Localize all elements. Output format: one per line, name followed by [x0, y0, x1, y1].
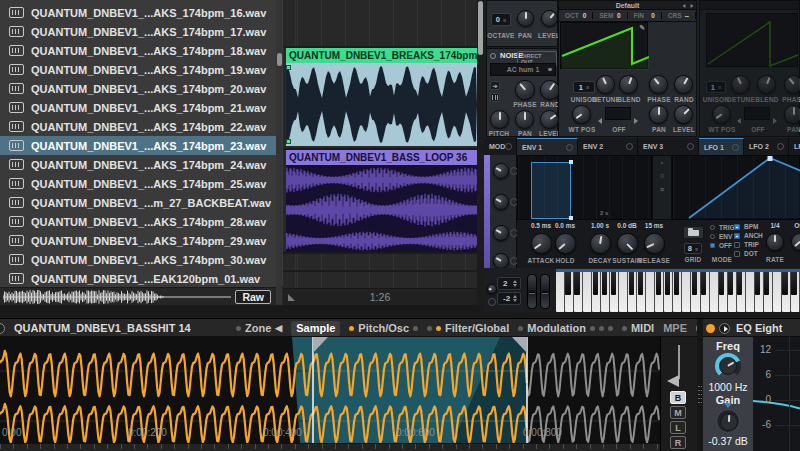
osc-a-wtpos-knob[interactable]: [572, 105, 591, 124]
timeline-bar[interactable]: 1:26: [283, 288, 477, 305]
piano-key-white[interactable]: [583, 272, 592, 312]
mod-amount-ring[interactable]: [505, 143, 512, 150]
raw-button[interactable]: Raw: [235, 290, 271, 304]
warp-next-icon[interactable]: [773, 110, 777, 128]
piano-key-black[interactable]: [665, 272, 670, 295]
piano-key-black[interactable]: [593, 272, 598, 295]
noise-power-icon[interactable]: [490, 53, 496, 59]
osc-b-display[interactable]: [706, 13, 798, 67]
sampler-tab-zone[interactable]: Zone◀: [236, 322, 282, 334]
selector-down-icon[interactable]: [548, 67, 552, 73]
octave-up-spinner[interactable]: 2: [497, 277, 521, 290]
preview-play-icon[interactable]: [719, 323, 730, 334]
piano-key-white[interactable]: [556, 272, 565, 312]
piano-key-black[interactable]: [629, 272, 634, 295]
osc-b-blend-knob[interactable]: [757, 75, 776, 94]
browser-scrollbar[interactable]: [276, 0, 282, 305]
osc-a-detune-knob[interactable]: [596, 75, 615, 94]
piano-key-white[interactable]: [773, 272, 782, 312]
env-node[interactable]: [569, 160, 573, 164]
mode-option-trig[interactable]: TRIG: [710, 224, 735, 231]
file-row[interactable]: QUANTUM_DNBEV1_...AKS_174bpm_24.wav: [0, 155, 277, 174]
file-row[interactable]: QUANTUM_DNBEV1_...m_27_BACKBEAT.wav: [0, 193, 277, 212]
env1-shape[interactable]: [531, 162, 571, 219]
sampler-tab-pitch-osc[interactable]: Pitch/Osc: [349, 322, 418, 334]
osc-a-warp-display[interactable]: [605, 107, 631, 120]
noise-pitch-knob[interactable]: [490, 110, 509, 129]
noise-phase-knob[interactable]: [515, 80, 535, 100]
lfo-rise-knob[interactable]: [791, 233, 800, 251]
piano-key-black[interactable]: [656, 272, 661, 295]
gain-knob[interactable]: [716, 409, 740, 433]
noise-pan-knob[interactable]: [515, 110, 534, 129]
mod-tab-env-1[interactable]: ENV 1: [517, 138, 578, 155]
piano-key-black[interactable]: [611, 272, 616, 295]
piano-key-black[interactable]: [764, 272, 769, 295]
piano-key-white[interactable]: [746, 272, 755, 312]
device-activator-icon[interactable]: [0, 323, 5, 334]
clip-bass[interactable]: QUANTUM_DNBEV1_BASS_LOOP 36: [286, 150, 477, 252]
osc-b-phase-knob[interactable]: [784, 75, 800, 94]
volume-slider-handle[interactable]: [667, 375, 679, 387]
osc-a-blend-knob[interactable]: [619, 75, 638, 94]
sampler-tab-midi[interactable]: MIDI: [622, 322, 654, 334]
eq-curve-display[interactable]: 1260-6: [753, 337, 800, 451]
piano-key-white[interactable]: [682, 272, 691, 312]
mod-tab-lfo-3[interactable]: LFO 3: [789, 138, 800, 155]
osc-a-unison-box[interactable]: 1: [573, 81, 595, 93]
mod-amount-ring[interactable]: [566, 144, 573, 151]
fade-handle[interactable]: [286, 65, 291, 70]
tune-cell-oct[interactable]: OCT0: [559, 12, 593, 19]
piano-key-white[interactable]: [710, 272, 719, 312]
wavetable-next-icon[interactable]: [690, 3, 694, 9]
pitch-wheel[interactable]: [527, 274, 537, 309]
piano-key-black[interactable]: [701, 272, 706, 295]
piano-key-black[interactable]: [565, 272, 570, 295]
piano-key-white[interactable]: [619, 272, 628, 312]
sampler-tab-modulation[interactable]: Modulation: [518, 322, 613, 334]
drag-icon[interactable]: ≡: [653, 183, 671, 196]
channel-button-r[interactable]: R: [670, 436, 686, 449]
mod-tab-lfo-2[interactable]: LFO 2: [744, 138, 789, 155]
osc-a-rand-knob[interactable]: [674, 75, 693, 94]
file-row[interactable]: QUANTUM_DNBEV1_...AKS_174bpm_22.wav: [0, 117, 277, 136]
file-row[interactable]: QUANTUM_DNBEV1_...AKS_174bpm_20.wav: [0, 79, 277, 98]
arrangement-scrollbar[interactable]: [477, 0, 484, 305]
osc-b-warp-display[interactable]: [744, 107, 770, 120]
volume-slider[interactable]: [678, 345, 680, 379]
channel-button-l[interactable]: L: [670, 421, 686, 434]
file-row[interactable]: QUANTUM_DNBEV1_...AKS_174bpm_29.wav: [0, 231, 277, 250]
mod-knob-3[interactable]: [493, 225, 509, 241]
lfo1-display[interactable]: [672, 155, 800, 220]
fade-handle[interactable]: [286, 139, 291, 144]
piano-key-black[interactable]: [574, 272, 579, 295]
sample-waveform-display[interactable]: 0:000:00:2000:00:4000:00:6000:00:800: [0, 337, 660, 443]
mode-option-env[interactable]: ENV: [710, 233, 732, 240]
osc-a-pan-knob[interactable]: [649, 105, 668, 124]
wavetable-prev-icon[interactable]: [682, 3, 686, 9]
mod-amount-ring[interactable]: [777, 143, 784, 150]
release-knob[interactable]: [644, 233, 665, 254]
mod-amount-ring[interactable]: [626, 143, 633, 150]
sync-option-anch[interactable]: ANCH: [734, 232, 763, 239]
warp-prev-icon[interactable]: [598, 110, 602, 128]
mod-amount-ring[interactable]: [732, 144, 739, 151]
lock-icon[interactable]: ▫: [653, 156, 671, 169]
noise-level-knob[interactable]: [540, 110, 559, 129]
sub-octave-box[interactable]: 0: [491, 13, 511, 26]
osc-a-display[interactable]: ✎: [560, 22, 648, 69]
sustain-knob[interactable]: [617, 233, 638, 254]
arrangement-view[interactable]: QUANTUM_DNBEV1_BREAKS_174bpm QUANTUM_DNB…: [283, 0, 477, 305]
scrollbar-handle[interactable]: [478, 1, 483, 55]
sub-level-knob[interactable]: [541, 10, 558, 27]
sync-option-dot[interactable]: DOT: [734, 250, 758, 257]
file-row[interactable]: QUANTUM_DNBEV1_...AKS_174bpm_17.wav: [0, 22, 277, 41]
sampler-tab-filter-global[interactable]: Filter/Global: [427, 322, 509, 334]
sampler-tab-sample[interactable]: Sample: [291, 321, 340, 336]
clip-breaks[interactable]: QUANTUM_DNBEV1_BREAKS_174bpm: [286, 48, 477, 146]
mod-tab-env-2[interactable]: ENV 2: [578, 138, 638, 155]
clip-title[interactable]: QUANTUM_DNBEV1_BREAKS_174bpm: [286, 48, 477, 63]
file-row[interactable]: QUANTUM_DNBEV1_...AKS_174bpm_18.wav: [0, 41, 277, 60]
piano-key-black[interactable]: [602, 272, 607, 295]
tune-cell-crs[interactable]: CRS--: [662, 12, 696, 19]
